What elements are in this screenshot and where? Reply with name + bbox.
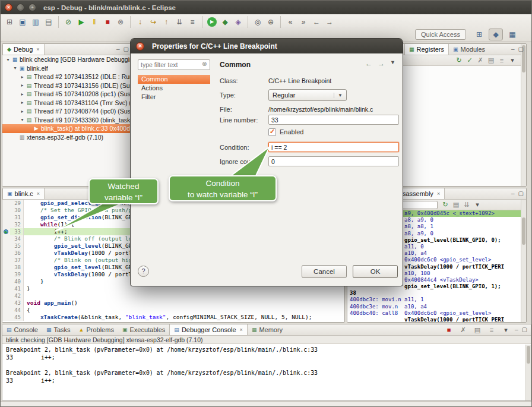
breakpoint-ruler[interactable] [2, 207, 10, 214]
enable-icon[interactable]: ✓ [464, 56, 475, 64]
console-tab-tasks[interactable]: ▦Tasks [42, 324, 75, 335]
step-over-icon[interactable]: ↪ [147, 17, 159, 27]
console-tab-console[interactable]: ▤Console [2, 324, 42, 335]
dialog-section-common[interactable]: Common [138, 75, 210, 84]
coverage-icon[interactable]: ◈ [232, 17, 244, 27]
disable-icon[interactable]: ✗ [475, 56, 486, 64]
breakpoint-ruler[interactable] [2, 257, 10, 264]
breakpoint-ruler[interactable] [2, 292, 10, 299]
debug-tree-item[interactable]: ▾▣blink.elf [2, 64, 131, 73]
dialog-section-filter[interactable]: Filter [138, 93, 210, 102]
previous-annotation-icon[interactable]: « [284, 17, 296, 27]
expand-arrow-icon[interactable]: ▸ [19, 109, 26, 114]
debug-perspective-icon[interactable]: ◆ [489, 29, 503, 40]
external-tools-icon[interactable]: ⊕ [265, 17, 277, 27]
cpp-perspective-icon[interactable]: ▦ [505, 29, 520, 40]
expand-arrow-icon[interactable]: ▸ [19, 100, 26, 105]
maximize-icon[interactable]: ▢ [124, 46, 129, 52]
sync-icon[interactable]: ⇊ [461, 201, 472, 209]
type-dropdown[interactable]: Regular ▼ [268, 89, 347, 101]
breakpoint-ruler[interactable] [2, 264, 10, 271]
expand-arrow-icon[interactable]: ▾ [12, 65, 18, 71]
expand-arrow-icon[interactable]: ▾ [19, 117, 26, 122]
debug-tree-item[interactable]: ▶blink_task() at blink.c:33 0x400db55c [2, 124, 131, 133]
console-output[interactable]: Breakpoint 2, blink_task (pvParameter=0x… [2, 344, 531, 401]
save-all-icon[interactable]: ▥ [30, 17, 42, 27]
step-into-icon[interactable]: ↓ [134, 17, 146, 27]
search-icon[interactable]: ◎ [252, 17, 264, 27]
layout-icon[interactable]: ▤ [486, 56, 496, 64]
step-return-icon[interactable]: ↑ [160, 17, 172, 27]
close-icon[interactable]: × [437, 191, 440, 197]
clear-console-icon[interactable]: ▤ [472, 326, 483, 334]
view-menu-icon[interactable]: ▾ [472, 201, 483, 209]
breakpoint-ruler[interactable] [2, 285, 10, 292]
debug-tree-item[interactable]: ▸▤Thread #3 1073413156 (IDLE) (Suspended… [2, 81, 131, 90]
expand-arrow-icon[interactable]: ▸ [19, 92, 26, 97]
breakpoint-ruler[interactable] [2, 250, 10, 257]
breakpoint-ruler[interactable] [2, 221, 10, 228]
line-number-input[interactable] [268, 115, 399, 125]
console-tab-memory[interactable]: ▦Memory [248, 324, 287, 335]
back-icon[interactable]: ← [311, 17, 322, 27]
open-perspective-icon[interactable]: ⊞ [472, 29, 486, 40]
maximize-icon[interactable]: ▢ [518, 190, 524, 197]
condition-input[interactable] [268, 142, 399, 152]
ignore-count-input[interactable] [268, 156, 399, 166]
clear-filter-icon[interactable]: ⊗ [202, 61, 207, 67]
tab-debug[interactable]: ◆ Debug × [2, 43, 45, 55]
filter-input[interactable] [138, 59, 210, 70]
maximize-icon[interactable]: ▢ [518, 46, 524, 52]
disconnect-icon[interactable]: ⊗ [115, 17, 126, 27]
breakpoint-ruler[interactable] [2, 307, 10, 314]
help-button[interactable]: ? [138, 266, 149, 277]
breakpoint-ruler[interactable] [2, 214, 10, 221]
view-menu-icon[interactable]: ▾ [501, 326, 511, 334]
window-close-icon[interactable]: ✕ [5, 4, 12, 11]
console-scrollbar[interactable] [525, 345, 531, 400]
debug-tree-item[interactable]: ▥xtensa-esp32-elf-gdb (7.10) [2, 133, 131, 142]
forward-icon[interactable]: → [378, 59, 385, 68]
suspend-icon[interactable]: ‖ [88, 17, 100, 27]
instruction-stepping-icon[interactable]: ≡ [186, 17, 198, 27]
run-icon[interactable]: ▶ [207, 17, 217, 27]
minimize-icon[interactable]: ‒ [511, 190, 515, 197]
debug-tree-item[interactable]: ▸▤Thread #6 1073431104 (Tmr Svc) (Suspen… [2, 99, 131, 108]
dialog-section-actions[interactable]: Actions [138, 84, 210, 93]
scroll-lock-icon[interactable]: ≡ [486, 326, 497, 334]
ok-button[interactable]: OK [353, 265, 398, 278]
console-tab-executables[interactable]: ▣Executables [118, 324, 169, 335]
show-source-icon[interactable]: ▤ [451, 201, 461, 209]
minimize-icon[interactable]: ‒ [511, 46, 515, 52]
console-tab-problems[interactable]: ▲Problems [75, 324, 118, 335]
remove-launch-icon[interactable]: ✗ [458, 326, 468, 334]
back-icon[interactable]: ← [365, 59, 372, 68]
breakpoint-marker[interactable]: ▶ [2, 228, 10, 235]
terminate-icon[interactable]: ■ [444, 326, 454, 334]
terminate-icon[interactable]: ■ [102, 17, 113, 27]
dialog-close-icon[interactable]: ✕ [136, 42, 144, 51]
close-icon[interactable]: × [37, 191, 40, 197]
resume-icon[interactable]: ▶ [75, 17, 87, 27]
skip-all-breakpoints-icon[interactable]: ⊘ [62, 17, 74, 27]
view-menu-icon[interactable]: ▼ [390, 59, 395, 68]
minimize-icon[interactable]: ‒ [515, 326, 518, 334]
next-annotation-icon[interactable]: » [297, 17, 309, 27]
quick-access-button[interactable]: Quick Access [415, 29, 466, 40]
debug-tree-item[interactable]: ▾▤Thread #9 1073433360 (blink_task) (Sus… [2, 116, 131, 125]
debug-tree-item[interactable]: ▾▦blink checking [GDB Hardware Debugging… [2, 55, 131, 64]
debug-icon[interactable]: ◆ [219, 17, 231, 27]
disassembly-scrollbar[interactable] [521, 200, 526, 322]
tab-blink-c[interactable]: ▣ blink.c × [2, 188, 45, 199]
refresh-icon[interactable]: ↻ [454, 56, 464, 64]
forward-icon[interactable]: → [324, 17, 335, 27]
debug-tree-item[interactable]: ▸▤Thread #2 1073413512 (IDLE : Running) [2, 72, 131, 81]
console-tab-debugger-console[interactable]: ▤Debugger Console× [169, 324, 248, 335]
debug-tree-item[interactable]: ▸▤Thread #7 1073408744 (ipc0) (Suspended… [2, 107, 131, 116]
view-menu-icon[interactable]: ▾ [507, 56, 518, 64]
breakpoint-ruler[interactable] [2, 242, 10, 250]
maximize-icon[interactable]: ▢ [522, 326, 527, 334]
debug-tree-item[interactable]: ▸▤Thread #5 1073410208 (ipc1) (Suspended… [2, 90, 131, 99]
tab-modules[interactable]: ▣Modules [449, 43, 489, 55]
breakpoint-ruler[interactable] [2, 314, 10, 321]
